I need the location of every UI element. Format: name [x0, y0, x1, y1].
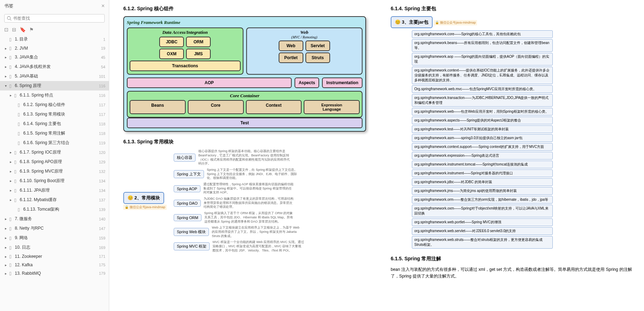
bookmark-label: 6.1.13. Tomcat架构	[23, 206, 95, 212]
search-box[interactable]	[4, 14, 105, 23]
aspects-box: Aspects	[295, 77, 320, 88]
bookmark-item[interactable]: ▯6.1.2. Spring 核心组件117	[0, 100, 109, 110]
aop-box: AOP	[127, 77, 292, 88]
jar-item: org.springframework.core——Spring的核心工具包，其…	[412, 30, 553, 38]
bookmark-list[interactable]: ▯1. 目录1▸▯2. JVM19▸▯3. JAVA集合45▸▯4. JAVA多…	[0, 35, 109, 311]
bookmark-label: 6.1.7. Spring IOC原理	[20, 149, 95, 155]
search-container	[0, 12, 109, 25]
bookmark-page: 140	[95, 217, 105, 221]
core-container-group: Core Container Beans Core Context Expres…	[127, 91, 363, 118]
bookmark-page: 134	[95, 179, 105, 183]
bookmark-filled-icon[interactable]: 🔖	[20, 27, 26, 32]
bookmark-item[interactable]: ▯6.1.4. Spring 主要包118	[0, 119, 109, 129]
page-icon: ▯	[9, 74, 13, 79]
bookmark-label: 6.1.6. Spring 第三方结合	[23, 140, 95, 146]
jar-item: org.springframework.orm——整合第三方的orm实现，如hi…	[412, 196, 553, 204]
bookmark-page: 54	[95, 65, 105, 69]
modules-mindmap: 😊 2、常用模块 🔒 微信公众号java-mindmap 核心容器核心容器提供 …	[123, 149, 366, 253]
close-icon[interactable]: ×	[101, 3, 105, 9]
bookmark-item[interactable]: ▸▯10. 日志169	[0, 243, 109, 252]
beans-box: Beans	[130, 100, 186, 114]
jar-item: org.springframework.web.portlet——Spring …	[412, 218, 553, 226]
bookmark-item[interactable]: ▸▯12. Kafka175	[0, 261, 109, 269]
page-right: 6.1.4. Spring 主要包 😊 3、主要jar包 🔒 微信公众号java…	[377, 0, 644, 311]
jar-item: org.springframework.aspects——Spring提供的对A…	[412, 117, 553, 124]
bookmark-item[interactable]: ▸▯8. Netty 与RPC147	[0, 224, 109, 233]
page-icon: ▯	[14, 169, 18, 174]
bookmark-label: 6. Spring 原理	[15, 83, 95, 89]
bookmark-item[interactable]: ▸▯6.1.11. JPA原理134	[0, 186, 109, 195]
document-content[interactable]: 6.1.2. Spring 核心组件 Spring Framework Runt…	[109, 0, 644, 311]
page-icon: ▯	[9, 55, 13, 60]
mm3-root: 😊 3、主要jar包	[391, 16, 433, 28]
module-node: Spring MVC 框架	[174, 242, 210, 250]
bookmark-item[interactable]: ▸▯6.1.7. Spring IOC原理120	[0, 148, 109, 157]
jar-item: org.springframework.beans——所有应用都用到，包含访问配…	[412, 39, 553, 52]
txn-box: Transactions	[130, 61, 241, 71]
bookmark-item[interactable]: ▸▯5. JAVA基础101	[0, 71, 109, 81]
bookmark-item[interactable]: ▸▯11. Zookeeper171	[0, 252, 109, 261]
search-input[interactable]	[13, 16, 102, 21]
svg-point-0	[7, 17, 11, 20]
bookmark-page: 119	[95, 141, 105, 145]
bookmark-item[interactable]: ▯6.1.3. Spring 常用模块117	[0, 110, 109, 119]
chevron-icon: ▸	[5, 255, 8, 259]
expand-all-icon[interactable]: ⊡	[4, 27, 8, 32]
page-icon: ▯	[14, 188, 18, 193]
page-icon: ▯	[9, 217, 13, 222]
bookmark-label: 10. 日志	[15, 244, 95, 250]
jar-item: org.springframework.instrument——Spring对服…	[412, 169, 553, 177]
page-icon: ▯	[9, 245, 13, 250]
core-box: Core	[188, 100, 244, 114]
jar-item: org.springframework.web——包含Web应用开发时，用到Sp…	[412, 108, 553, 116]
bookmark-item[interactable]: ▸▯6.1.12. Mybatis缓存137	[0, 195, 109, 205]
module-node: Spring 上下文	[174, 170, 204, 178]
bookmark-label: 6.1.5. Spring 常用注解	[23, 130, 95, 136]
bookmark-item[interactable]: ▯6.1.6. Spring 第三方结合119	[0, 138, 109, 148]
bookmark-label: 12. Kafka	[15, 262, 95, 267]
bookmark-page: 116	[95, 84, 105, 88]
page-icon: ▯	[18, 122, 22, 126]
chevron-icon: ▸	[10, 198, 13, 202]
bookmark-item[interactable]: ▯6.1.5. Spring 常用注解118	[0, 129, 109, 138]
bookmark-page: 1	[95, 37, 105, 42]
page-icon: ▯	[9, 64, 13, 69]
bookmark-item[interactable]: ▸▯9. 网络159	[0, 233, 109, 243]
bookmark-label: 6.1.10. Spring Boot原理	[20, 178, 95, 184]
bookmarks-sidebar: 书签 × ⊡ ⊟ 🔖 ⚑ ▯1. 目录1▸▯2. JVM19▸▯3. JAVA集…	[0, 0, 109, 311]
jar-item: org.springframework.context——提供在基础IOC功能上…	[412, 67, 553, 84]
bookmark-item[interactable]: ▯1. 目录1	[0, 35, 109, 44]
bookmark-item[interactable]: ▾▯6. Spring 原理116	[0, 81, 109, 91]
bookmark-label: 11. Zookeeper	[15, 254, 95, 259]
page-icon: ▯	[18, 141, 22, 145]
module-node: Spring ORM	[174, 214, 202, 221]
bookmark-item[interactable]: ▸▯6.1.9. Spring MVC原理132	[0, 167, 109, 176]
bookmark-page: 134	[95, 188, 105, 193]
heading-614: 6.1.4. Spring 主要包	[391, 6, 633, 12]
bookmark-item[interactable]: ▸▯6.1.8. Spring APO原理129	[0, 157, 109, 167]
sidebar-toolbar: ⊡ ⊟ 🔖 ⚑	[0, 25, 109, 35]
bookmark-item[interactable]: ▯6.1.13. Tomcat架构139	[0, 205, 109, 214]
test-box: Test	[127, 118, 363, 128]
bookmark-item[interactable]: ▸▯6.1.1. Spring 特点116	[0, 91, 109, 100]
module-node: Spring DAO	[174, 200, 201, 207]
bookmark-item[interactable]: ▸▯13. RabbitMQ179	[0, 269, 109, 278]
page-icon: ▯	[9, 226, 13, 231]
orm-box: ORM	[186, 37, 211, 47]
bookmark-item[interactable]: ▸▯2. JVM19	[0, 44, 109, 52]
bookmark-page: 129	[95, 160, 105, 164]
bookmark-label: 4. JAVA多线程并发	[15, 64, 95, 70]
bookmark-item[interactable]: ▸▯6.1.10. Spring Boot原理134	[0, 176, 109, 186]
bookmark-item[interactable]: ▸▯3. JAVA集合45	[0, 52, 109, 62]
jar-item: org.springframework.transaction——为JDBC,H…	[412, 94, 553, 107]
bookmark-item[interactable]: ▸▯4. JAVA多线程并发54	[0, 62, 109, 71]
bookmark-page: 117	[95, 103, 105, 107]
module-desc: Spring 上下文是一个配置文件，向 Spring 框架提供上下文信息。Spr…	[207, 168, 298, 180]
bookmark-item[interactable]: ▸▯7. 微服务140	[0, 214, 109, 224]
collapse-all-icon[interactable]: ⊟	[12, 27, 16, 32]
module-desc: Web 上下文模块建立在应用程序上下文模块之上，为基于 Web 的应用程序提供了…	[212, 226, 303, 238]
bookmark-outline-icon[interactable]: ⚑	[29, 27, 34, 32]
bookmark-page: 116	[95, 93, 105, 98]
bookmark-label: 6.1.4. Spring 主要包	[23, 121, 95, 127]
jar-item: org.springframework.test——对JUNIT等测试框架的简单…	[412, 125, 553, 133]
